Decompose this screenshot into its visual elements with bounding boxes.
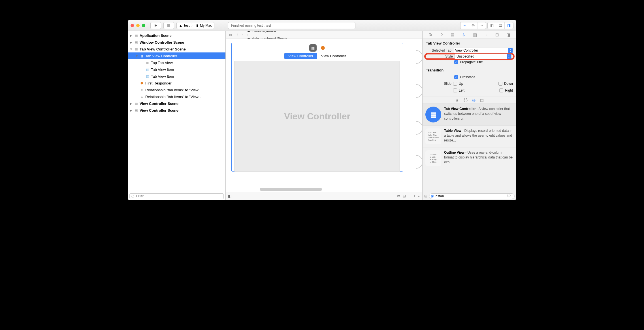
horizontal-scrollbar[interactable]	[260, 188, 322, 191]
outline-row[interactable]: ▼▤Tab View Controller Scene	[128, 46, 225, 52]
up-label: Up	[459, 82, 463, 86]
left-label: Left	[459, 88, 464, 92]
disclosure-triangle-icon[interactable]: ▶	[129, 34, 133, 37]
outline-row[interactable]: ⊝Relationship "tab items" to "View...	[128, 93, 225, 100]
library-item[interactable]: ▼ Matt ▸ Jon ▸ Kelly▸ ChrisOutline View …	[423, 147, 516, 169]
editor-mode-selector[interactable]: ≡ ◎ ↔	[460, 22, 486, 29]
align-icon[interactable]: ⊟	[403, 194, 406, 198]
assistant-editor-icon[interactable]: ◎	[469, 22, 477, 29]
outline-row[interactable]: ▼▦Tab View Controller	[128, 52, 225, 59]
search-icon: ◉	[431, 194, 434, 198]
crossfade-checkbox[interactable]: ✓	[454, 75, 458, 79]
back-button[interactable]: 〈	[234, 32, 239, 37]
outline-tree[interactable]: ▶▤Application Scene▶▤Window Controller S…	[128, 31, 225, 192]
outline-filter-input[interactable]	[129, 193, 224, 199]
run-button[interactable]	[150, 22, 161, 29]
library-item[interactable]: Jon ClearKelly BlueChris GreenRon PinkTa…	[423, 126, 516, 147]
outline-row[interactable]: ◫Tab View Item	[128, 73, 225, 80]
bindings-inspector-icon[interactable]: ⊟	[494, 32, 501, 37]
scheme-name: test	[184, 24, 189, 28]
outline-label: Application Scene	[140, 33, 172, 38]
disclosure-triangle-icon[interactable]: ▶	[129, 102, 133, 105]
table-icon: Jon ClearKelly BlueChris GreenRon Pink	[425, 128, 441, 144]
disclosure-triangle-icon[interactable]: ▶	[129, 41, 133, 44]
connections-inspector-icon[interactable]: →	[483, 32, 490, 37]
storyboard-canvas[interactable]: ▦ ⬢ View Controller View Controller View…	[226, 39, 422, 192]
vc-blue-icon: ▦	[140, 54, 144, 58]
file-inspector-icon[interactable]: 🗎	[427, 32, 434, 37]
pin-icon[interactable]: ⊢⊣	[409, 194, 415, 198]
forward-button[interactable]: 〉	[240, 32, 246, 37]
slide-right-checkbox[interactable]	[499, 88, 503, 92]
toggle-debug-button[interactable]: ⬓	[496, 22, 505, 29]
media-library-icon[interactable]: ▤	[480, 98, 484, 102]
zoom-window-button[interactable]	[142, 24, 145, 27]
outline-label: View Controller Scene	[140, 101, 178, 106]
grid-toggle-icon[interactable]: ⊞	[424, 194, 427, 198]
object-library-icon[interactable]: ◎	[472, 98, 475, 102]
standard-editor-icon[interactable]: ≡	[460, 22, 469, 29]
tab-2[interactable]: View Controller	[317, 53, 350, 59]
canvas-viewport[interactable]: ▦ ⬢ View Controller View Controller View…	[226, 39, 422, 192]
breadcrumb-item[interactable]: ▣Main.storyboard (Base)	[247, 37, 291, 39]
disclosure-triangle-icon[interactable]: ▼	[135, 54, 138, 58]
code-snippet-icon[interactable]: { }	[464, 98, 467, 102]
related-items-icon[interactable]: ⊞	[228, 33, 233, 37]
file-template-icon[interactable]: 🗎	[455, 98, 459, 102]
slide-down-checkbox[interactable]	[498, 82, 502, 86]
disclosure-triangle-icon[interactable]: ▶	[129, 109, 133, 112]
disclosure-triangle-icon[interactable]: ▼	[129, 48, 133, 51]
attributes-inspector-icon[interactable]: ⇩	[460, 32, 468, 37]
editor-area: ⊞ 〈 〉 🔶test〉📁test〉▣Main.storyboard〉▣Main…	[226, 31, 422, 200]
help-inspector-icon[interactable]: ?	[438, 32, 445, 37]
outline-row[interactable]: ▶▤View Controller Scene	[128, 107, 225, 114]
resolve-icon[interactable]: ⟁	[418, 194, 420, 198]
jump-bar[interactable]: ⊞ 〈 〉 🔶test〉📁test〉▣Main.storyboard〉▣Main…	[226, 31, 422, 39]
toolbar-right: ≡ ◎ ↔ ◧ ⬓ ◨	[460, 22, 513, 29]
minimize-window-button[interactable]	[136, 24, 140, 27]
cube-icon: ◫	[145, 67, 150, 72]
outline-label: Top Tab View	[151, 61, 173, 65]
effects-inspector-icon[interactable]: ◨	[505, 32, 512, 37]
scene-content: View Controller	[234, 61, 400, 172]
toggle-outline-icon[interactable]: ◧	[228, 194, 231, 198]
toggle-inspector-button[interactable]: ◨	[505, 22, 513, 29]
outline-row[interactable]: ⬢First Responder	[128, 80, 225, 86]
toggle-navigator-button[interactable]: ◧	[488, 22, 496, 29]
outline-row[interactable]: ▶▤View Controller Scene	[128, 100, 225, 107]
inspector-panel: 🗎 ? ▤ ⇩ ▥ → ⊟ ◨ Tab View Controller Sele…	[422, 31, 516, 200]
library-list[interactable]: ▦Tab View Controller - A view controller…	[423, 104, 516, 192]
device-icon: ▮	[196, 24, 198, 28]
outline-row[interactable]: ▶▤Window Controller Scene	[128, 39, 225, 46]
outline-label: Tab View Controller	[145, 54, 177, 58]
close-window-button[interactable]	[131, 24, 134, 27]
style-popup[interactable]: Unspecified ▲▼	[455, 54, 511, 59]
propagate-title-row: ✓ Propagate Title	[426, 59, 513, 65]
slide-left-checkbox[interactable]	[453, 88, 457, 92]
scene-icon: ▤	[134, 40, 138, 45]
clear-filter-button[interactable]: ⓧ	[507, 193, 511, 198]
library-item[interactable]: ▦Tab View Controller - A view controller…	[423, 104, 516, 126]
outline-row[interactable]: ⊝Relationship "tab items" to "View...	[128, 86, 225, 93]
slide-up-checkbox[interactable]	[453, 82, 457, 86]
outline-label: First Responder	[145, 81, 171, 85]
outline-row[interactable]: ▥Top Tab View	[128, 59, 225, 66]
identity-inspector-icon[interactable]: ▤	[449, 32, 456, 37]
library-filter-input[interactable]	[429, 193, 515, 199]
scheme-selector[interactable]: ▲ test 〉 ▮ My Mac	[176, 22, 214, 29]
outline-filter-bar: ◌	[128, 192, 225, 200]
propagate-checkbox[interactable]: ✓	[454, 60, 458, 64]
embed-icon[interactable]: ⧉	[397, 194, 400, 198]
breadcrumb-item[interactable]: ▣Main.storyboard	[247, 31, 291, 33]
size-inspector-icon[interactable]: ▥	[471, 32, 479, 37]
outline-row[interactable]: ▶▤Application Scene	[128, 32, 225, 39]
tab-1[interactable]: View Controller	[284, 53, 317, 59]
selected-tab-popup[interactable]: View Controller ▲▼	[453, 48, 513, 53]
stop-button[interactable]	[163, 22, 174, 29]
version-editor-icon[interactable]: ↔	[477, 22, 486, 29]
outline-label: Relationship "tab items" to "View...	[145, 95, 201, 99]
tab-view-controller-scene[interactable]: ▦ ⬢ View Controller View Controller View…	[231, 43, 403, 172]
outline-row[interactable]: ◫Tab View Item	[128, 66, 225, 73]
status-text: Finished running test : test	[231, 24, 271, 28]
segue-curve	[416, 121, 422, 135]
